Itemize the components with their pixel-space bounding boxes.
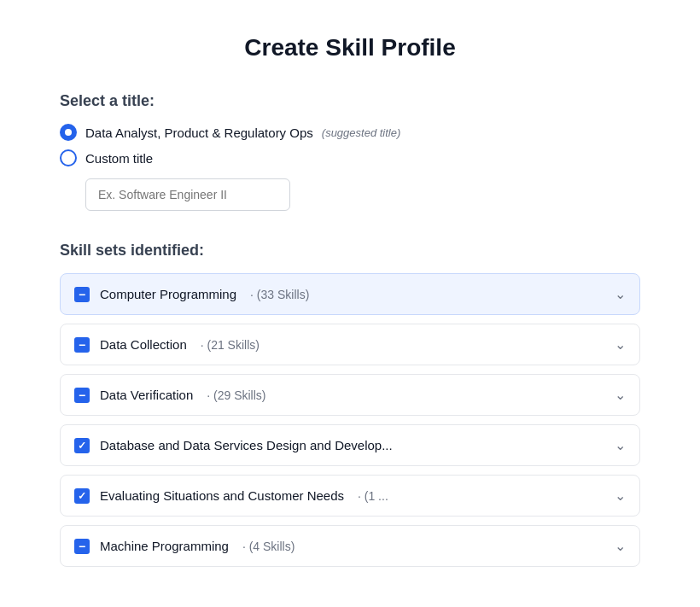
skill-checkbox-minus-icon: −	[74, 287, 90, 302]
skill-left: − Machine Programming · (4 Skills)	[74, 539, 295, 554]
skill-item-database-design[interactable]: ✓ Database and Data Services Design and …	[60, 424, 640, 466]
skill-name: Data Verification	[100, 388, 193, 402]
skill-item-evaluating-situations[interactable]: ✓ Evaluating Situations and Customer Nee…	[60, 475, 640, 517]
suggested-badge: (suggested title)	[322, 126, 401, 139]
skill-left: ✓ Evaluating Situations and Customer Nee…	[74, 488, 388, 504]
radio-suggested-indicator	[60, 124, 77, 141]
skill-count: · (1 ...	[358, 489, 388, 503]
chevron-down-icon: ⌄	[615, 336, 626, 353]
page-container: Create Skill Profile Select a title: Dat…	[60, 34, 640, 575]
skill-left: − Data Verification · (29 Skills)	[74, 388, 265, 403]
title-section: Select a title: Data Analyst, Product & …	[60, 92, 640, 211]
chevron-down-icon: ⌄	[615, 437, 626, 453]
skill-item-machine-programming[interactable]: − Machine Programming · (4 Skills) ⌄	[60, 525, 640, 567]
skill-left: − Data Collection · (21 Skills)	[74, 337, 260, 353]
skill-left: ✓ Database and Data Services Design and …	[74, 438, 406, 453]
skill-count: · (4 Skills)	[242, 540, 295, 553]
skill-name: Data Collection	[100, 337, 187, 352]
skill-name: Computer Programming	[100, 287, 236, 301]
skill-checkbox-check-icon: ✓	[74, 488, 90, 504]
chevron-down-icon: ⌄	[615, 538, 626, 554]
skill-item-computer-programming[interactable]: − Computer Programming · (33 Skills) ⌄	[60, 273, 640, 315]
suggested-title-label: Data Analyst, Product & Regulatory Ops	[85, 125, 313, 140]
skill-checkbox-minus-icon: −	[74, 539, 90, 554]
select-title-label: Select a title:	[60, 92, 640, 110]
skill-checkbox-minus-icon: −	[74, 337, 90, 353]
skill-left: − Computer Programming · (33 Skills)	[74, 287, 309, 302]
page-title: Create Skill Profile	[60, 34, 640, 61]
radio-option-custom[interactable]: Custom title	[60, 149, 640, 166]
chevron-down-icon: ⌄	[615, 286, 626, 302]
skillsets-label: Skill sets identified:	[60, 242, 640, 260]
skillsets-section: Skill sets identified: − Computer Progra…	[60, 242, 640, 567]
radio-custom-indicator	[60, 149, 77, 166]
skill-item-data-verification[interactable]: − Data Verification · (29 Skills) ⌄	[60, 374, 640, 416]
skill-count: · (29 Skills)	[207, 388, 265, 402]
skill-item-data-collection[interactable]: − Data Collection · (21 Skills) ⌄	[60, 324, 640, 365]
skill-name: Database and Data Services Design and De…	[100, 438, 393, 452]
chevron-down-icon: ⌄	[615, 487, 626, 504]
skill-name: Evaluating Situations and Customer Needs	[100, 488, 344, 503]
skill-checkbox-check-icon: ✓	[74, 438, 90, 453]
skill-checkbox-minus-icon: −	[74, 388, 90, 403]
skill-count: · (33 Skills)	[250, 288, 309, 301]
skill-name: Machine Programming	[100, 539, 229, 553]
custom-title-input[interactable]	[85, 178, 290, 211]
custom-title-label: Custom title	[85, 151, 153, 166]
chevron-down-icon: ⌄	[615, 387, 626, 403]
radio-option-suggested[interactable]: Data Analyst, Product & Regulatory Ops (…	[60, 124, 640, 141]
skill-count: · (21 Skills)	[201, 338, 260, 352]
